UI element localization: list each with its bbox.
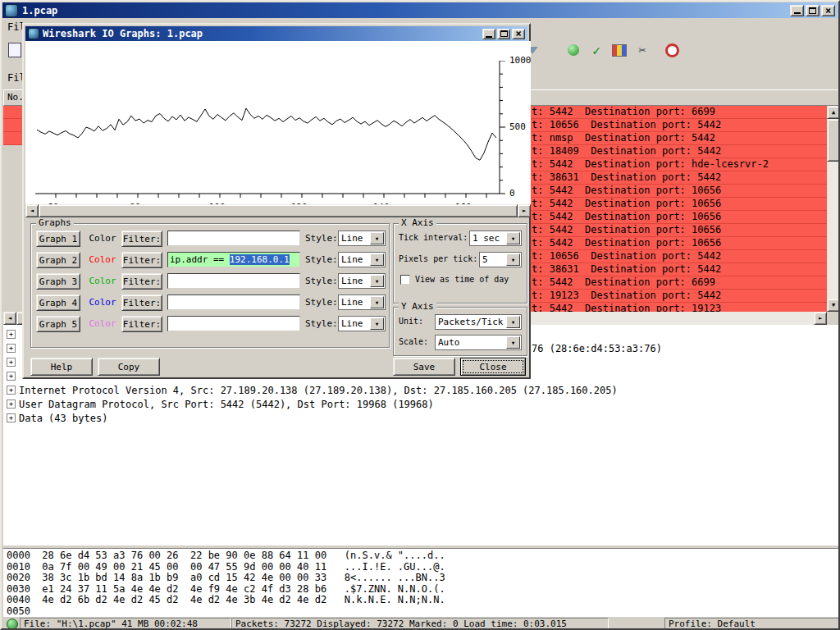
scroll-up-icon[interactable]: ▲ [827,106,840,119]
detail-text: Data (43 bytes) [19,413,107,424]
graph-2-filter-button[interactable]: Filter: [121,252,162,268]
checkmark-icon: ✓ [592,43,600,58]
vscroll-thumb[interactable] [827,119,840,162]
view-time-checkbox[interactable] [400,275,410,285]
graph-1-style-label: Style: [305,233,338,244]
hex-row[interactable]: 0040 4e d2 6b d2 4e d2 45 d2 4e d2 4e 3b… [7,595,840,606]
hex-row[interactable]: 0020 38 3c 1b bd 14 8a 1b b9 a0 cd 15 42… [7,573,840,584]
graph-4-filter-button[interactable]: Filter: [121,294,162,311]
copy-button[interactable]: Copy [98,358,160,376]
help-button[interactable]: Help [30,358,93,376]
graph-3-filter-input[interactable] [167,273,300,289]
close-button[interactable]: × [821,5,835,16]
expand-plus-icon[interactable]: + [7,386,16,395]
expand-plus-icon[interactable]: + [7,344,16,353]
expand-plus-icon[interactable]: + [7,330,16,339]
close-button[interactable]: Close [460,358,526,376]
x-axis-frame: X Axis Tick interval: 1 sec▼ Pixels per … [393,223,527,304]
preferences-icon[interactable]: ✂ [632,40,652,60]
chevron-down-icon: ▼ [506,336,520,349]
expert-info-icon[interactable] [7,619,18,630]
dialog-maximize-button[interactable] [497,29,510,39]
detail-text: 76 (28:6e:d4:53:a3:76) [532,343,662,354]
detail-text: Internet Protocol Version 4, Src: 27.189… [19,385,618,396]
pixels-per-tick-select[interactable]: 5▼ [479,252,522,267]
tick-interval-label: Tick interval: [399,233,468,242]
scroll-right-icon[interactable]: ► [518,204,531,217]
combo-value: 5 [482,254,488,265]
graph-4-color-label: Color [87,297,118,308]
minimize-button[interactable] [790,5,804,16]
graph-4-filter-input[interactable] [167,294,300,310]
hex-dump-pane: 0000 28 6e d4 53 a3 76 00 26 22 be 90 0e… [3,549,840,616]
save-button[interactable]: Save [393,358,455,376]
wireshark-main-window: 1.pcap × File ✓ ✂ Filter: No. t: 5442 De… [0,0,840,630]
graph-1-filter-button[interactable]: Filter: [121,231,162,247]
scroll-down-icon[interactable]: ▼ [827,299,840,312]
graph-3-filter-button[interactable]: Filter: [121,273,162,290]
column-header-no[interactable]: No. [7,92,24,103]
graph-3-style-select[interactable]: Line▼ [338,273,386,289]
expand-plus-icon[interactable]: + [7,413,16,422]
repaint-artifact [3,145,22,312]
packet-list-vscrollbar[interactable]: ▲ ▼ [827,106,840,312]
chevron-down-icon: ▼ [370,296,384,308]
detail-row-udp[interactable]: + User Datagram Protocol, Src Port: 5442… [3,398,840,412]
hex-row[interactable]: 0030 e1 24 37 11 5a 4e 4e d2 4e f9 4e c2… [7,584,840,596]
graph-1-button[interactable]: Graph 1 [36,231,80,247]
chevron-down-icon: ▼ [506,316,520,328]
graph-5-filter-input[interactable] [167,316,300,331]
graph-2-filter-input[interactable]: ip.addr == 192.168.0.1 [167,252,300,267]
graph-4-style-label: Style: [305,297,338,308]
capture-filters-icon[interactable] [564,40,583,60]
graph-1-color-label: Color [87,233,118,244]
view-time-checkbox-label[interactable]: View as time of day [415,275,509,284]
io-graph-hscrollbar[interactable]: ◄ ► [25,204,531,217]
detail-row-data[interactable]: + Data (43 bytes) [3,412,840,426]
hex-row[interactable]: 0000 28 6e d4 53 a3 76 00 26 22 be 90 0e… [7,550,840,562]
dialog-close-button[interactable]: × [512,29,525,39]
expand-plus-icon[interactable]: + [7,358,16,367]
graph-4-button[interactable]: Graph 4 [36,294,80,311]
graphs-frame-label: Graphs [36,218,74,228]
scroll-left-icon[interactable]: ◄ [3,312,16,325]
combo-value: Line [341,297,363,308]
minimize-icon [794,12,801,14]
graph-row-5: Graph 5 Color Filter: Style: Line▼ [31,316,389,334]
scroll-right-icon[interactable]: ► [814,312,827,325]
coloring-rules-icon[interactable] [609,40,629,60]
graph-2-color-label: Color [87,254,118,265]
apply-filter-icon[interactable]: ✓ [587,40,606,60]
close-icon: × [825,7,831,15]
graph-2-button[interactable]: Graph 2 [36,252,80,268]
filter-selected-text: 192.168.0.1 [230,254,290,265]
scroll-left-icon[interactable]: ◄ [25,204,39,217]
hex-row[interactable]: 0050 [7,606,840,617]
hex-row[interactable]: 0010 0a 7f 00 49 00 21 45 00 00 47 55 9d… [7,562,840,573]
expand-plus-icon[interactable]: + [7,372,16,381]
detail-row-ip[interactable]: + Internet Protocol Version 4, Src: 27.1… [3,384,840,398]
graph-5-style-select[interactable]: Line▼ [338,316,386,331]
tick-interval-select[interactable]: 1 sec▼ [469,231,522,246]
unit-select[interactable]: Packets/Tick▼ [435,314,522,330]
expand-plus-icon[interactable]: + [7,399,16,409]
graph-5-button[interactable]: Graph 5 [36,316,80,332]
minimize-icon [486,36,492,38]
graph-5-filter-button[interactable]: Filter: [121,316,162,332]
unit-label: Unit: [399,317,423,326]
graphs-frame: Graphs Graph 1 Color Filter: Style: Line… [30,223,390,348]
graph-row-3: Graph 3 Color Filter: Style: Line▼ [31,273,389,291]
graph-1-style-select[interactable]: Line▼ [338,231,386,246]
help-icon[interactable] [662,40,682,60]
graph-3-button[interactable]: Graph 3 [36,273,80,290]
graph-1-filter-input[interactable] [167,231,300,246]
graph-row-4: Graph 4 Color Filter: Style: Line▼ [31,294,389,313]
hex-rows: 0000 28 6e d4 53 a3 76 00 26 22 be 90 0e… [7,550,840,616]
io-scroll-thumb[interactable] [39,204,518,217]
dialog-minimize-button[interactable] [482,29,495,39]
maximize-button[interactable] [806,5,819,16]
graph-4-style-select[interactable]: Line▼ [338,294,386,310]
graph-2-style-select[interactable]: Line▼ [338,252,386,267]
scale-select[interactable]: Auto▼ [435,335,522,350]
x-axis-frame-label: X Axis [399,218,436,228]
